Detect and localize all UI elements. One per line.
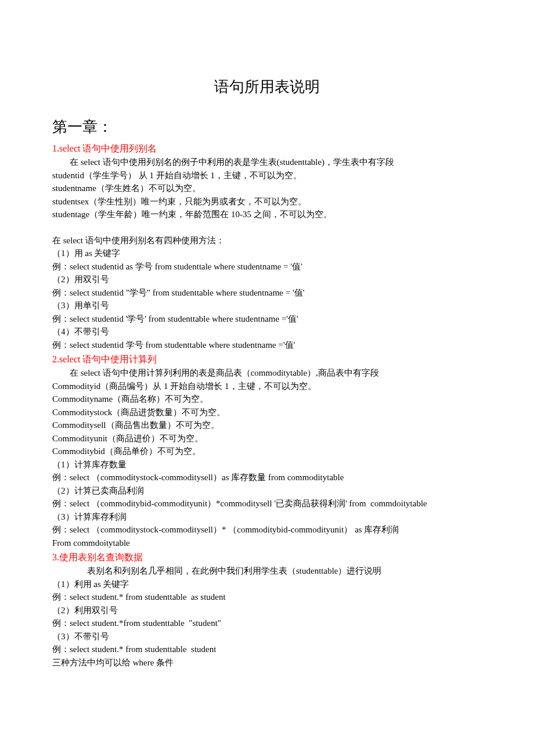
- section-3-line: 例：select student.* from studenttable stu…: [52, 643, 482, 656]
- document-title: 语句所用表说明: [52, 75, 482, 98]
- section-2-line: Commodityname（商品名称）不可为空。: [52, 393, 482, 406]
- section-1-line: （1）用 as 关键字: [52, 247, 482, 260]
- section-1-line: 例：select studentid 学号 from studenttable …: [52, 339, 482, 352]
- section-1-line: （4）不带引号: [52, 325, 482, 339]
- section-2-line: Commoditystock（商品进货数量）不可为空。: [52, 406, 482, 419]
- section-2-line: 在 select 语句中使用计算列利用的表是商品表（commoditytable…: [52, 366, 482, 380]
- section-2-line: 例：select （commoditystock-commoditysell）*…: [52, 523, 482, 537]
- section-1-line: 在 select 语句中使用列别名有四种使用方法：: [52, 234, 482, 247]
- section-1-line: 在 select 语句中使用列别名的例子中利用的表是学生表(studenttab…: [52, 156, 482, 169]
- section-1-line: 例：select studentid as 学号 from studenttal…: [52, 260, 482, 273]
- section-2-line: From commdoitytable: [52, 537, 482, 550]
- section-2-line: Commoditybid（商品单价）不可为空。: [52, 445, 482, 458]
- section-3-line: 三种方法中均可以给 where 条件: [52, 656, 482, 669]
- section-1-line: 例：select studentid '学号' from studenttabl…: [52, 312, 482, 326]
- section-1-line: studentid（学生学号） 从 1 开始自动增长 1，主键，不可以为空。: [52, 169, 482, 182]
- section-2-line: （2）计算已卖商品利润: [52, 484, 482, 498]
- section-2-line: 例：select （commoditybid-commodityunit）*co…: [52, 497, 482, 510]
- section-1-line: （2）用双引号: [52, 273, 482, 286]
- section-1-line: studentsex（学生性别）唯一约束，只能为男或者女，不可以为空。: [52, 195, 482, 208]
- section-2-line: 例：select （commoditystock-commoditysell）a…: [52, 471, 482, 484]
- section-2-line: Commoditysell（商品售出数量）不可为空。: [52, 419, 482, 432]
- section-3-line: （2）利用双引号: [52, 604, 482, 617]
- section-1-line: 例：select studentid "学号" from studenttabl…: [52, 286, 482, 300]
- section-1-line: （3）用单引号: [52, 299, 482, 312]
- section-3-line: （1）利用 as 关键字: [52, 578, 482, 591]
- blank-line: [52, 221, 482, 234]
- section-1-line: studentname（学生姓名）不可以为空。: [52, 182, 482, 195]
- section-2-line: （1）计算库存数量: [52, 458, 482, 471]
- section-1-heading: 1.select 语句中使用列别名: [52, 142, 482, 156]
- section-3-line: （3）不带引号: [52, 630, 482, 643]
- section-1-line: studentage（学生年龄）唯一约束，年龄范围在 10-35 之间，不可以为…: [52, 208, 482, 221]
- section-3-line: 例：select student.* from studenttable as …: [52, 591, 482, 604]
- document-page: 语句所用表说明 第一章： 1.select 语句中使用列别名 在 select …: [0, 0, 534, 756]
- section-3-heading: 3.使用表别名查询数据: [52, 550, 482, 564]
- chapter-heading: 第一章：: [52, 116, 482, 138]
- section-2-line: Commodityunit（商品进价）不可为空。: [52, 432, 482, 445]
- section-2-line: Commodityid（商品编号）从 1 开始自动增长 1，主键，不可以为空。: [52, 380, 482, 393]
- section-3-line: 表别名和列别名几乎相同，在此例中我们利用学生表（studenttable）进行说…: [52, 564, 482, 578]
- section-3-line: 例：select student.*from studenttable "stu…: [52, 617, 482, 630]
- section-2-heading: 2.select 语句中使用计算列: [52, 352, 482, 366]
- section-2-line: （3）计算库存利润: [52, 510, 482, 524]
